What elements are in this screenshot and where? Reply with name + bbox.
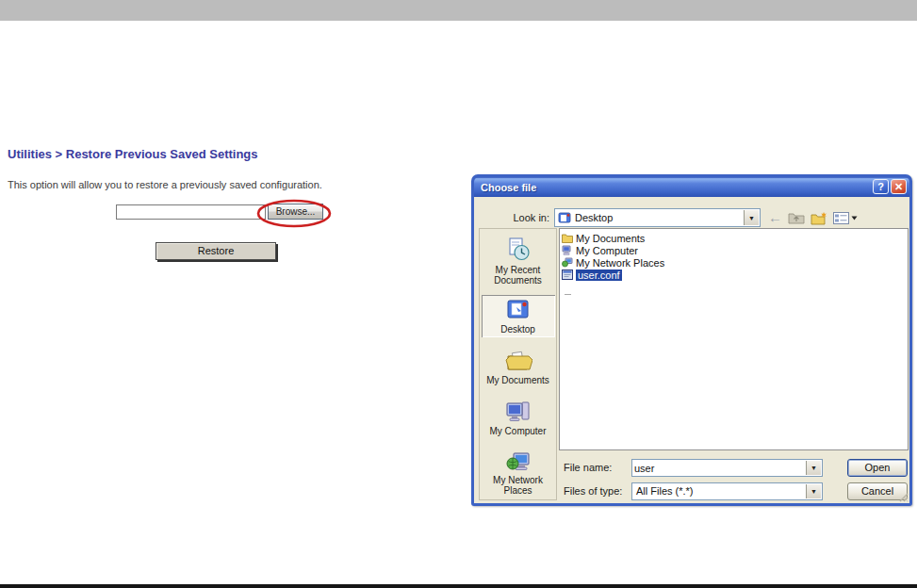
files-of-type-label: Files of type: xyxy=(564,485,622,497)
file-item-my-documents[interactable]: My Documents xyxy=(560,232,908,244)
file-name: My Documents xyxy=(576,233,645,244)
file-name-combo[interactable]: ▼ xyxy=(631,459,823,477)
dialog-toolbar: ← xyxy=(768,209,858,226)
page-bottom-bar xyxy=(0,584,917,588)
config-file-icon xyxy=(562,270,573,280)
choose-file-dialog: Choose file ? ✕ Look in: Desktop ▼ ← xyxy=(471,174,912,506)
computer-icon xyxy=(562,245,573,255)
file-name: My Network Places xyxy=(576,257,664,269)
file-list: My Documents My Computer xyxy=(559,228,909,450)
page-title: Utilities > Restore Previous Saved Setti… xyxy=(8,147,258,161)
chevron-down-icon[interactable]: ▼ xyxy=(806,461,821,475)
file-item-my-network-places[interactable]: My Network Places xyxy=(560,256,908,269)
place-label: My Documents xyxy=(486,375,549,385)
place-my-documents[interactable]: My Documents xyxy=(482,346,555,388)
create-new-folder-icon[interactable] xyxy=(811,209,827,226)
look-in-dropdown[interactable]: Desktop ▼ xyxy=(554,208,761,227)
place-my-network-places[interactable]: My Network Places xyxy=(482,446,555,498)
up-one-level-icon[interactable] xyxy=(788,209,805,226)
file-name-selected: user.conf xyxy=(576,270,622,281)
recent-documents-icon xyxy=(505,237,532,263)
restore-file-path-input[interactable] xyxy=(116,204,266,220)
file-name: My Computer xyxy=(576,245,638,256)
files-of-type-value: All Files (*.*) xyxy=(636,485,694,497)
computer-icon xyxy=(505,400,532,424)
place-my-computer[interactable]: My Computer xyxy=(482,397,555,439)
restore-button[interactable]: Restore xyxy=(156,242,276,260)
files-of-type-dropdown[interactable]: All Files (*.*) ▼ xyxy=(631,482,823,500)
dialog-titlebar[interactable]: Choose file ? ✕ xyxy=(474,177,909,197)
network-icon xyxy=(562,257,573,268)
look-in-value: Desktop xyxy=(575,212,613,223)
place-label: My Computer xyxy=(489,426,546,436)
page-description: This option will allow you to restore a … xyxy=(8,179,322,190)
place-desktop[interactable]: Desktop xyxy=(482,295,555,337)
file-item-user-conf[interactable]: user.conf xyxy=(560,269,908,281)
look-in-label: Look in: xyxy=(491,212,549,223)
places-bar: My Recent Documents Desktop xyxy=(479,228,557,500)
network-places-icon xyxy=(505,449,532,473)
page: Utilities > Restore Previous Saved Setti… xyxy=(0,0,917,588)
view-menu-icon[interactable] xyxy=(833,209,858,226)
place-label: My Network Places xyxy=(482,475,555,496)
help-icon[interactable]: ? xyxy=(873,179,889,194)
place-label: My Recent Documents xyxy=(482,265,555,286)
back-icon[interactable]: ← xyxy=(768,209,782,226)
browse-button[interactable]: Browse... xyxy=(268,204,323,220)
folder-icon xyxy=(562,233,573,243)
file-item-my-computer[interactable]: My Computer xyxy=(560,244,908,256)
open-button[interactable]: Open xyxy=(847,459,908,477)
desktop-icon xyxy=(558,212,571,224)
desktop-icon xyxy=(505,298,531,322)
place-label: Desktop xyxy=(500,324,535,335)
page-top-bar xyxy=(0,0,917,21)
file-name-input[interactable] xyxy=(634,461,804,475)
dialog-title: Choose file xyxy=(474,182,536,193)
chevron-down-icon[interactable]: ▼ xyxy=(744,210,759,225)
file-name-label: File name: xyxy=(564,462,612,473)
close-icon[interactable]: ✕ xyxy=(891,179,907,194)
documents-folder-icon xyxy=(504,349,532,373)
dialog-client-area: Look in: Desktop ▼ ← xyxy=(474,197,909,503)
place-my-recent-documents[interactable]: My Recent Documents xyxy=(482,234,555,288)
list-dash-artifact xyxy=(565,294,571,295)
chevron-down-icon[interactable]: ▼ xyxy=(806,484,821,498)
resize-grip[interactable] xyxy=(897,491,909,502)
